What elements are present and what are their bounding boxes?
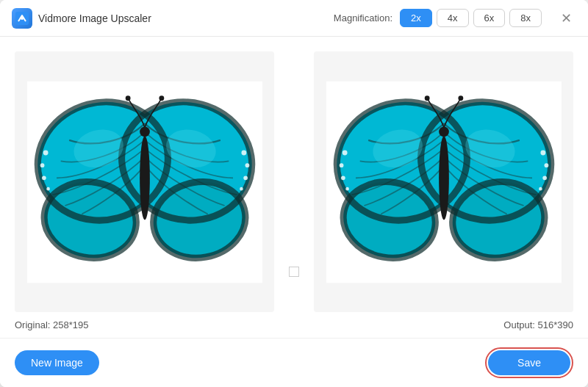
save-button-wrapper: Save — [485, 347, 573, 378]
app-logo — [12, 8, 32, 29]
svg-point-39 — [544, 163, 548, 167]
compare-checkbox[interactable] — [289, 267, 299, 277]
svg-point-45 — [458, 95, 463, 101]
original-image-container — [15, 51, 274, 312]
output-panel — [314, 51, 573, 312]
svg-point-38 — [540, 150, 545, 155]
mag-btn-8x[interactable]: 8x — [509, 9, 542, 27]
svg-point-11 — [43, 150, 48, 155]
svg-point-17 — [243, 176, 248, 180]
output-image-container — [314, 51, 573, 312]
bottom-bar: New Image Save — [0, 338, 588, 387]
output-butterfly-image — [326, 57, 562, 307]
info-bar: Original: 258*195 Output: 516*390 — [0, 312, 588, 338]
original-butterfly-image — [27, 57, 262, 307]
svg-point-34 — [342, 150, 347, 155]
svg-point-41 — [539, 187, 542, 190]
svg-point-40 — [542, 176, 547, 180]
divider-area — [289, 51, 299, 312]
svg-point-18 — [240, 187, 243, 190]
svg-point-36 — [341, 176, 345, 180]
mag-btn-2x[interactable]: 2x — [400, 9, 432, 27]
mag-btn-4x[interactable]: 4x — [437, 9, 469, 27]
original-info: Original: 258*195 — [15, 319, 88, 330]
save-button[interactable]: Save — [488, 350, 570, 375]
magnification-label: Magnification: — [334, 12, 392, 23]
svg-point-21 — [125, 95, 130, 101]
svg-point-20 — [140, 126, 150, 137]
magnification-controls: 2x 4x 6x 8x — [400, 9, 542, 27]
svg-point-19 — [140, 136, 150, 220]
original-panel — [15, 51, 274, 312]
svg-point-43 — [439, 126, 449, 137]
main-content — [0, 37, 588, 312]
svg-point-44 — [424, 95, 429, 101]
svg-point-16 — [245, 163, 249, 167]
svg-point-15 — [241, 150, 246, 155]
app-title: Vidmore Image Upscaler — [38, 12, 151, 24]
svg-point-37 — [345, 187, 349, 190]
svg-point-35 — [339, 163, 343, 167]
app-window: Vidmore Image Upscaler Magnification: 2x… — [0, 0, 588, 387]
close-button[interactable]: ✕ — [556, 10, 576, 26]
output-info: Output: 516*390 — [503, 319, 573, 330]
mag-btn-6x[interactable]: 6x — [473, 9, 506, 27]
svg-point-1 — [21, 17, 24, 20]
new-image-button[interactable]: New Image — [15, 350, 99, 375]
svg-point-12 — [40, 163, 44, 167]
svg-point-22 — [159, 95, 164, 101]
titlebar: Vidmore Image Upscaler Magnification: 2x… — [0, 0, 588, 37]
svg-point-14 — [46, 187, 50, 190]
svg-point-42 — [439, 136, 449, 220]
svg-point-13 — [42, 176, 46, 180]
